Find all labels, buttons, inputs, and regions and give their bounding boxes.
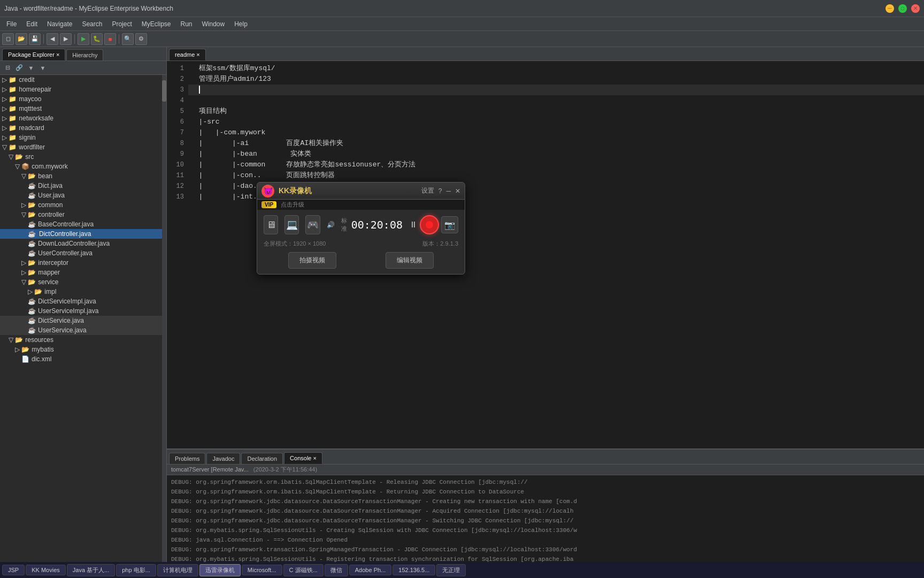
tree-item-mqtttest[interactable]: ▷ 📁 mqtttest	[0, 104, 162, 113]
tree-item-homerepair[interactable]: ▷ 📁 homerepair	[0, 85, 162, 94]
tree-item-src[interactable]: ▽ 📂 src	[0, 152, 162, 162]
tree-item-basecontroller[interactable]: ☕ BaseController.java	[0, 219, 162, 229]
sidebar-link-btn[interactable]: 🔗	[14, 63, 25, 73]
console-line: DEBUG: org.springframework.orm.ibatis.Sq…	[171, 487, 920, 497]
tree-item-wordfilter[interactable]: ▽ 📁 wordfilter	[0, 142, 162, 152]
menu-myeclipse[interactable]: MyEclipse	[137, 19, 175, 29]
taskbar-item-adobe[interactable]: Adobe Ph...	[349, 565, 392, 575]
maximize-button[interactable]: □	[898, 4, 907, 13]
tree-item-common[interactable]: ▷ 📂 common	[0, 200, 162, 210]
tree-item-readcard[interactable]: ▷ 📁 readcard	[0, 123, 162, 133]
menu-navigate[interactable]: Navigate	[43, 19, 76, 29]
code-line-2: 2 管理员用户admin/123	[167, 74, 924, 85]
menu-edit[interactable]: Edit	[22, 19, 42, 29]
kk-pause-btn[interactable]: ⏸	[409, 220, 418, 230]
tree-item-networksafe[interactable]: ▷ 📁 networksafe	[0, 113, 162, 123]
tree-item-dic-xml[interactable]: 📄 dic.xml	[0, 354, 162, 364]
taskbar-item-kk-movies[interactable]: KK Movies	[26, 565, 66, 575]
tab-package-explorer[interactable]: Package Explorer ×	[2, 49, 65, 60]
toolbar-back[interactable]: ◀	[47, 33, 58, 45]
taskbar-item-microsoft[interactable]: Microsoft...	[242, 565, 282, 575]
tree-item-downloadcontroller[interactable]: ☕ DownLoadController.java	[0, 239, 162, 248]
taskbar-item-jsp[interactable]: JSP	[2, 565, 25, 575]
tree-item-signin[interactable]: ▷ 📁 signin	[0, 133, 162, 142]
tab-javadoc[interactable]: Javadoc	[206, 453, 240, 464]
tree-item-bean[interactable]: ▽ 📂 bean	[0, 171, 162, 181]
taskbar-item-wuzheng[interactable]: 无正理	[436, 564, 466, 576]
toolbar-debug[interactable]: 🐛	[91, 33, 103, 45]
kk-edit-video-btn[interactable]: 编辑视频	[386, 252, 434, 269]
kk-vip-text: 点击升级	[281, 201, 304, 209]
menu-run[interactable]: Run	[176, 19, 196, 29]
kk-screen-mode-btn[interactable]: 🖥	[264, 215, 278, 234]
tree-item-mybatis[interactable]: ▷ 📂 mybatis	[0, 345, 162, 354]
sidebar-menu-btn[interactable]: ▼	[37, 63, 48, 73]
minimize-button[interactable]: ─	[886, 4, 894, 13]
sidebar-scrollbar[interactable]	[162, 75, 166, 566]
close-button[interactable]: ✕	[911, 4, 920, 13]
taskbar-item-php[interactable]: php 电影...	[116, 564, 156, 576]
menu-window[interactable]: Window	[198, 19, 229, 29]
tree-item-mapper[interactable]: ▷ 📂 mapper	[0, 268, 162, 277]
menu-file[interactable]: File	[2, 19, 21, 29]
kk-game-mode-btn[interactable]: 🎮	[305, 215, 320, 234]
tree-item-resources[interactable]: ▽ 📂 resources	[0, 335, 162, 345]
toolbar-new[interactable]: ◻	[2, 33, 14, 45]
taskbar-item-java[interactable]: Java 基于人...	[67, 564, 115, 576]
toolbar-run[interactable]: ▶	[78, 33, 89, 45]
toolbar-search[interactable]: 🔍	[122, 33, 134, 45]
toolbar-stop[interactable]: ■	[104, 33, 116, 45]
taskbar-item-wechat[interactable]: 微信	[325, 564, 348, 576]
kk-minimize-button[interactable]: ─	[446, 187, 451, 195]
kk-record-button[interactable]	[420, 215, 439, 234]
kk-record-video-btn[interactable]: 拍摄视频	[288, 252, 336, 269]
taskbar-item-ip[interactable]: 152.136.5...	[392, 565, 435, 575]
tab-console[interactable]: Console ×	[284, 452, 322, 464]
tab-problems[interactable]: Problems	[169, 453, 205, 464]
taskbar-item-calc[interactable]: 计算机电理	[157, 564, 198, 576]
menu-search[interactable]: Search	[78, 19, 106, 29]
tree-item-interceptor[interactable]: ▷ 📂 interceptor	[0, 258, 162, 268]
tree-item-impl[interactable]: ▷ 📂 impl	[0, 287, 162, 296]
project-label-networksafe: networksafe	[19, 115, 53, 122]
tree-item-controller[interactable]: ▽ 📂 controller	[0, 210, 162, 219]
menu-help[interactable]: Help	[230, 19, 252, 29]
tree-item-dictcontroller[interactable]: ☕ DictController.java	[0, 229, 162, 239]
tree-item-userserviceimpl[interactable]: ☕ UserServiceImpl.java	[0, 306, 162, 316]
sidebar-scroll-thumb[interactable]	[162, 80, 166, 102]
toolbar-save[interactable]: 💾	[29, 33, 41, 45]
kk-settings-label[interactable]: 设置	[421, 186, 434, 195]
toolbar-open[interactable]: 📂	[16, 33, 27, 45]
tab-readme[interactable]: readme ×	[169, 49, 206, 60]
taskbar-item-recorder[interactable]: 迅雷录像机	[199, 564, 241, 576]
console-line: DEBUG: java.sql.Connection - ==> Connect…	[171, 535, 920, 545]
code-line-3: 3 ​	[167, 85, 924, 95]
kk-screenshot-btn[interactable]: 📷	[441, 216, 458, 233]
tree-item-dict-java[interactable]: ☕ Dict.java	[0, 181, 162, 191]
taskbar-item-source[interactable]: C 源磁铁...	[283, 564, 324, 576]
menu-project[interactable]: Project	[107, 19, 136, 29]
java-file-icon: ☕	[28, 249, 36, 257]
toolbar-preferences[interactable]: ⚙	[135, 33, 147, 45]
tree-item-userservice[interactable]: ☕ UserService.java	[0, 325, 162, 335]
tree-item-maycoo[interactable]: ▷ 📁 maycoo	[0, 94, 162, 104]
mybatis-label: mybatis	[32, 346, 53, 353]
tab-declaration[interactable]: Declaration	[241, 453, 283, 464]
userservice-label: UserService.java	[38, 326, 87, 334]
tree-item-usercontroller[interactable]: ☕ UserController.java	[0, 248, 162, 258]
sidebar-filter-btn[interactable]: ▼	[26, 63, 36, 73]
kk-help-button[interactable]: ?	[438, 187, 442, 195]
tab-hierarchy[interactable]: Hierarchy	[66, 49, 103, 60]
kk-close-button[interactable]: ✕	[455, 187, 460, 195]
console-output[interactable]: DEBUG: org.springframework.orm.ibatis.Sq…	[167, 475, 924, 566]
tree-item-user-java[interactable]: ☕ User.java	[0, 191, 162, 200]
toolbar-forward[interactable]: ▶	[60, 33, 72, 45]
tree-item-dictserviceimpl[interactable]: ☕ DictServiceImpl.java	[0, 296, 162, 306]
sidebar-collapse-btn[interactable]: ⊟	[2, 63, 13, 73]
tree-item-credit[interactable]: ▷ 📁 credit	[0, 75, 162, 85]
tree-item-com-mywork[interactable]: ▽ 📦 com.mywork	[0, 162, 162, 171]
kk-window-mode-btn[interactable]: 💻	[284, 215, 299, 234]
tree-item-service[interactable]: ▽ 📂 service	[0, 277, 162, 287]
editor-tab-bar: readme ×	[167, 47, 924, 61]
tree-item-dictservice[interactable]: ☕ DictService.java	[0, 316, 162, 325]
